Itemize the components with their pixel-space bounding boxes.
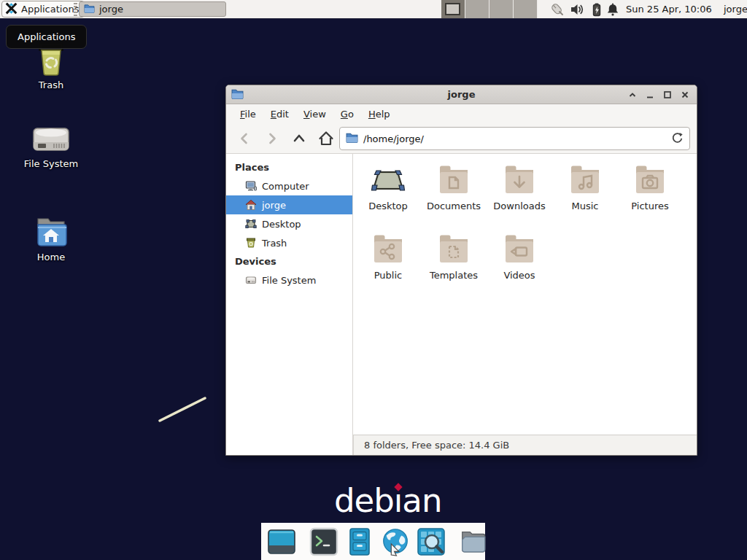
trash-icon: [245, 237, 257, 249]
web-browser-launcher[interactable]: [381, 527, 410, 556]
applications-menu-button[interactable]: Applications: [1, 1, 85, 18]
up-button[interactable]: [290, 130, 309, 147]
sidebar-header-devices: Devices: [226, 252, 352, 271]
file-videos[interactable]: Videos: [487, 232, 552, 281]
notifications-tray-icon[interactable]: [605, 2, 620, 17]
stray-mark: [153, 392, 219, 429]
workspace-2[interactable]: [465, 0, 489, 18]
music-folder-icon: [568, 163, 603, 198]
window-folder-icon: [231, 88, 244, 101]
workspace-3[interactable]: [489, 0, 514, 18]
taskbar-window-label: jorge: [99, 4, 123, 15]
maximize-button[interactable]: [659, 85, 676, 104]
path-bar[interactable]: [339, 127, 690, 150]
shade-button[interactable]: [624, 85, 641, 104]
back-icon: [236, 131, 252, 147]
menu-help[interactable]: Help: [361, 104, 398, 123]
web-browser-icon: [381, 526, 410, 557]
sidebar-item-computer[interactable]: Computer: [226, 176, 352, 195]
applications-tooltip: Applications: [6, 25, 87, 49]
statusbar: 8 folders, Free space: 14.4 GiB: [353, 435, 697, 455]
window-titlebar[interactable]: jorge: [226, 85, 697, 104]
workspace-4[interactable]: [514, 0, 538, 18]
drive-icon: [245, 274, 257, 286]
file-desktop[interactable]: Desktop: [355, 163, 421, 211]
panel-handle[interactable]: [74, 3, 77, 16]
file-manager-window: jorge: [225, 85, 697, 456]
top-panel: Applications jorge: [0, 0, 747, 19]
app-finder-launcher[interactable]: [417, 527, 446, 556]
desktop-icon-label: Home: [7, 252, 95, 262]
debian-wordmark: debıan: [334, 483, 441, 519]
file-pictures[interactable]: Pictures: [617, 163, 683, 211]
sidebar-header-places: Places: [226, 158, 352, 176]
panel-clock[interactable]: Sun 25 Apr, 10:06: [626, 0, 712, 18]
desktop-icon-home[interactable]: Home: [7, 216, 95, 262]
folder-launcher[interactable]: [459, 527, 488, 556]
sidebar-item-desktop[interactable]: Desktop: [226, 214, 352, 233]
show-desktop-icon: [267, 527, 296, 556]
menu-go[interactable]: Go: [333, 104, 361, 123]
home-button[interactable]: [317, 130, 336, 147]
videos-folder-icon: [502, 232, 537, 267]
up-icon: [291, 131, 307, 147]
computer-icon: [245, 180, 257, 192]
app-finder-icon: [417, 527, 446, 556]
statusbar-text: 8 folders, Free space: 14.4 GiB: [364, 440, 509, 451]
terminal-launcher[interactable]: [309, 527, 338, 556]
menu-edit[interactable]: Edit: [263, 104, 296, 123]
file-cabinet-icon: [345, 527, 374, 556]
menu-view[interactable]: View: [296, 104, 333, 123]
reload-icon: [671, 131, 684, 144]
applications-menu-icon: [5, 2, 18, 17]
taskbar-folder-icon: [84, 4, 95, 15]
volume-tray-icon[interactable]: [570, 2, 584, 17]
file-public[interactable]: Public: [355, 232, 421, 281]
file-templates[interactable]: Templates: [421, 232, 487, 281]
minimize-button[interactable]: [641, 85, 659, 104]
path-input[interactable]: [363, 133, 666, 144]
desktop-icon-label: Trash: [7, 79, 95, 90]
terminal-icon: [309, 527, 338, 556]
file-music[interactable]: Music: [552, 163, 618, 211]
dock: [261, 523, 485, 560]
file-documents[interactable]: Documents: [421, 163, 487, 211]
downloads-folder-icon: [502, 163, 537, 198]
home-icon: [317, 130, 335, 147]
mouse-tray-icon[interactable]: [549, 2, 563, 17]
forward-button[interactable]: [263, 130, 282, 147]
folder-icon: [459, 527, 488, 556]
file-manager-launcher[interactable]: [345, 527, 374, 556]
window-body: Places Computer: [226, 154, 697, 455]
pictures-folder-icon: [632, 163, 667, 198]
back-button[interactable]: [235, 130, 254, 147]
menu-file[interactable]: File: [233, 104, 263, 123]
close-button[interactable]: [676, 85, 694, 104]
files-pane: Desktop Documents: [354, 154, 697, 435]
desktop-icon-file-system[interactable]: File System: [7, 122, 95, 169]
forward-icon: [264, 131, 280, 147]
workspace-window-thumb: [445, 3, 460, 15]
menubar: File Edit View Go Help: [226, 104, 697, 123]
sidebar-item-jorge[interactable]: jorge: [226, 195, 352, 214]
sidebar: Places Computer: [226, 154, 353, 455]
workspace-1[interactable]: [441, 0, 465, 18]
taskbar-window-button[interactable]: jorge: [79, 1, 226, 17]
file-downloads[interactable]: Downloads: [487, 163, 552, 211]
panel-user-menu[interactable]: jorge: [724, 0, 747, 18]
applications-menu-label: Applications: [21, 4, 79, 15]
desktop: Applications jorge: [0, 0, 747, 560]
workspace-switcher: [441, 0, 538, 18]
battery-tray-icon[interactable]: [589, 2, 604, 17]
desktop-icon: [245, 218, 257, 230]
sidebar-item-file-system[interactable]: File System: [226, 271, 352, 289]
home-icon: [245, 199, 257, 211]
toolbar: [226, 123, 697, 154]
reload-button[interactable]: [671, 131, 684, 146]
sidebar-item-trash[interactable]: Trash: [226, 233, 352, 252]
pathbar-folder-icon: [346, 132, 358, 145]
desktop-icon-label: File System: [7, 158, 95, 169]
templates-folder-icon: [436, 232, 471, 267]
show-desktop-button[interactable]: [267, 527, 296, 556]
documents-folder-icon: [436, 163, 471, 198]
